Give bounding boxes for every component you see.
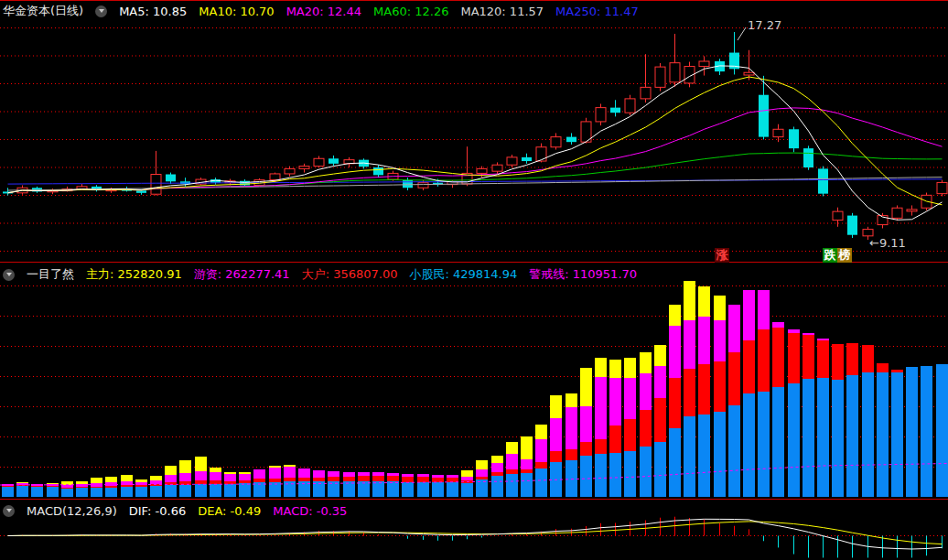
collapse-chevron-icon[interactable] [3,269,15,281]
ma10-value: MA10: 10.70 [199,5,274,18]
indicator-header: 一目了然 主力: 252820.91游资: 262277.41大户: 35680… [0,265,948,284]
collapse-chevron-icon[interactable] [95,5,107,17]
indicator-name: 一目了然 [27,266,74,283]
panel-separator-1 [0,262,948,263]
youzi-value: 游资: 262277.41 [194,266,290,283]
zhang-rank-button[interactable]: 涨 [715,248,729,263]
collapse-chevron-icon[interactable] [3,505,15,517]
ma-values-row: MA5: 10.85MA10: 10.70MA20: 12.44MA60: 12… [119,5,639,18]
macd-value: MACD: -0.35 [273,504,347,518]
macd-values-row: DIF: -0.66DEA: -0.49MACD: -0.35 [129,504,348,518]
ma60-value: MA60: 12.26 [373,5,448,18]
fund-bars-layer [2,281,948,497]
dif-value: DIF: -0.66 [129,504,186,518]
die-rank-button[interactable]: 跌 [823,248,837,263]
top-border [0,0,948,1]
dea-value: DEA: -0.49 [198,504,261,518]
ma5-value: MA5: 10.85 [119,5,187,18]
ma-lines-layer [8,66,943,220]
macd-indicator-name: MACD(12,26,9) [27,504,117,518]
xiaogumin-value: 小股民: 429814.94 [409,266,517,283]
indicator-values-row: 主力: 252820.91游资: 262277.41大户: 356807.00小… [86,266,637,283]
macd-header: MACD(12,26,9) DIF: -0.66DEA: -0.49MACD: … [0,501,948,520]
ma120-value: MA120: 11.57 [460,5,544,18]
low-price-annotation: ←9.11 [869,236,906,250]
dahu-value: 大户: 356807.00 [302,266,398,283]
arrow-left-icon: ← [869,236,879,250]
jingjiexian-value: 警戒线: 110951.70 [529,266,637,283]
high-pointer [738,27,746,40]
high-price-annotation: 17.27 [748,18,781,32]
panel-separator-2 [0,499,948,500]
macd-layer [8,517,943,558]
zhuli-value: 主力: 252820.91 [86,266,182,283]
ma20-value: MA20: 12.44 [286,5,361,18]
candlestick-layer [3,32,947,240]
bang-rank-button[interactable]: 榜 [837,248,852,263]
main-chart-header: 华金资本(日线) MA5: 10.85MA10: 10.70MA20: 12.4… [0,2,948,20]
stock-app-window: 华金资本(日线) MA5: 10.85MA10: 10.70MA20: 12.4… [0,0,948,560]
ma250-value: MA250: 11.47 [555,5,639,18]
chart-title: 华金资本(日线) [3,3,83,19]
